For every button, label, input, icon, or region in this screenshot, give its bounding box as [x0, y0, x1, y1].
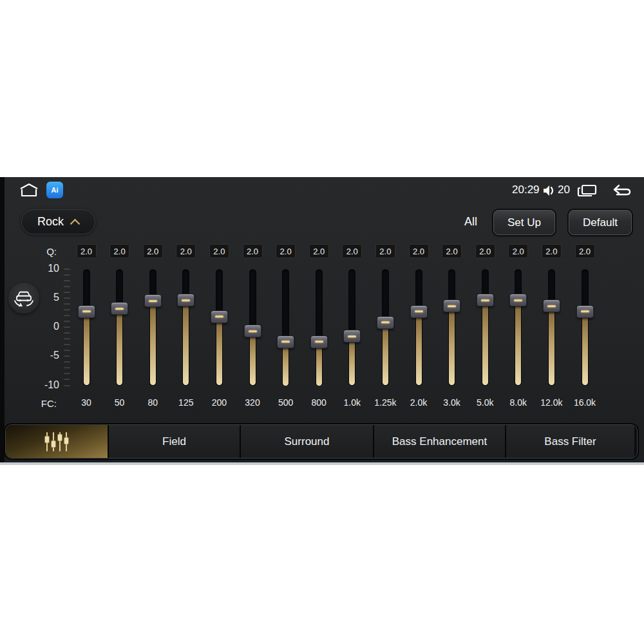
slider-handle[interactable]: [244, 325, 261, 337]
car-sound-field-button[interactable]: [8, 283, 39, 314]
axis-tick: [64, 321, 70, 322]
tab-bass-enhancement[interactable]: Bass Enhancement: [374, 425, 506, 458]
fc-label: 1.0k: [334, 397, 370, 408]
page: Ai 20:29 20 Rock All Set Up: [0, 0, 644, 644]
slider-gold-fill: [383, 323, 388, 386]
q-value-box[interactable]: 2.0: [276, 244, 296, 258]
q-value-box[interactable]: 2.0: [309, 244, 329, 258]
slider-handle[interactable]: [78, 305, 95, 318]
axis-tick: [64, 298, 70, 299]
fc-label: 80: [135, 397, 171, 408]
head-unit-screen: Ai 20:29 20 Rock All Set Up: [0, 177, 644, 462]
tab-field[interactable]: Field: [109, 425, 241, 458]
equalizer-icon: [43, 431, 70, 453]
slider-handle[interactable]: [543, 299, 560, 312]
q-value-box[interactable]: 2.0: [409, 244, 429, 258]
chevron-up-icon: [71, 218, 79, 226]
q-value-box[interactable]: 2.0: [575, 244, 595, 258]
axis-tick: [64, 373, 70, 374]
fc-label: 16.0k: [567, 397, 603, 408]
fc-label: 12.0k: [533, 397, 569, 408]
q-value-box[interactable]: 2.0: [143, 244, 163, 258]
preset-dropdown[interactable]: Rock: [21, 209, 95, 234]
preset-label: Rock: [37, 215, 64, 229]
axis-tick: [64, 344, 70, 345]
slider-handle[interactable]: [310, 336, 328, 348]
slider-gold-fill: [482, 300, 488, 385]
recent-apps-icon[interactable]: [577, 184, 598, 200]
fc-label: 50: [102, 397, 138, 408]
slider-handle[interactable]: [343, 330, 361, 343]
axis-tick: [64, 361, 70, 363]
axis-tick: [64, 315, 70, 316]
slider-handle[interactable]: [443, 299, 460, 312]
slider-handle[interactable]: [477, 294, 494, 307]
slider-handle[interactable]: [144, 294, 162, 307]
axis-label--10: -10: [22, 379, 59, 391]
bottom-tab-bar: Field Surround Bass Enhancement Bass Fil…: [5, 424, 638, 459]
volume-level: 20: [558, 184, 570, 196]
q-value-box[interactable]: 2.0: [342, 244, 362, 258]
axis-label-0: 0: [22, 321, 59, 332]
home-icon[interactable]: [18, 182, 40, 200]
fc-label: 5.0k: [467, 397, 503, 408]
q-value-box[interactable]: 2.0: [475, 244, 495, 258]
back-icon[interactable]: [611, 184, 632, 201]
q-value-box[interactable]: 2.0: [243, 244, 263, 258]
q-value-box[interactable]: 2.0: [109, 244, 129, 258]
fc-label: 8.0k: [500, 397, 536, 408]
slider-handle[interactable]: [410, 305, 428, 318]
fc-row-label: FC:: [24, 398, 57, 409]
slider-gold-fill: [183, 300, 189, 385]
slider-handle[interactable]: [211, 310, 228, 323]
tab-equalizer[interactable]: [6, 425, 109, 458]
slider-gold-fill: [349, 336, 355, 385]
slider-gold-fill: [250, 331, 256, 385]
q-value-box[interactable]: 2.0: [542, 244, 562, 258]
slider-gold-fill: [117, 308, 122, 385]
axis-label-10: 10: [22, 263, 59, 274]
fc-label: 200: [201, 397, 237, 408]
fc-label: 1.25k: [367, 397, 403, 408]
slider-handle[interactable]: [377, 316, 394, 329]
axis-tick: [64, 379, 70, 380]
slider-handle[interactable]: [177, 294, 194, 307]
axis-tick: [64, 303, 70, 305]
axis-tick: [64, 355, 70, 357]
q-value-box[interactable]: 2.0: [209, 244, 229, 258]
axis-tick: [64, 269, 70, 270]
slider-gold-fill: [150, 301, 156, 385]
axis-tick: [64, 280, 70, 281]
slider-gold-fill: [416, 312, 422, 386]
q-value-box[interactable]: 2.0: [375, 244, 395, 258]
all-button[interactable]: All: [464, 215, 477, 229]
slider-handle[interactable]: [277, 336, 294, 348]
screen-bottom-edge: [0, 462, 644, 465]
axis-tick: [64, 338, 70, 339]
clock: 20:29: [512, 184, 540, 196]
axis-tick: [64, 292, 70, 293]
setup-button[interactable]: Set Up: [493, 210, 555, 235]
q-value-box[interactable]: 2.0: [442, 244, 462, 258]
slider-gold-fill: [216, 317, 222, 386]
q-value-box[interactable]: 2.0: [176, 244, 196, 258]
fc-label: 3.0k: [434, 397, 470, 408]
slider-gold-fill: [515, 300, 521, 385]
speaker-icon: [542, 184, 556, 200]
slider-handle[interactable]: [509, 294, 527, 307]
tab-surround[interactable]: Surround: [241, 425, 374, 458]
q-value-box[interactable]: 2.0: [508, 244, 528, 258]
default-button[interactable]: Default: [569, 210, 632, 235]
fc-label: 125: [168, 397, 204, 408]
tab-bass-filter[interactable]: Bass Filter: [506, 425, 634, 458]
q-value-box[interactable]: 2.0: [77, 244, 97, 258]
slider-gold-fill: [283, 342, 289, 386]
axis-label--5: -5: [22, 350, 59, 361]
fc-label: 500: [268, 397, 304, 408]
axis-tick: [64, 385, 70, 386]
slider-gold-fill: [549, 306, 554, 385]
slider-gold-fill: [84, 312, 90, 386]
slider-handle[interactable]: [111, 302, 128, 315]
slider-handle[interactable]: [576, 305, 594, 318]
ai-app-icon[interactable]: Ai: [46, 182, 63, 198]
